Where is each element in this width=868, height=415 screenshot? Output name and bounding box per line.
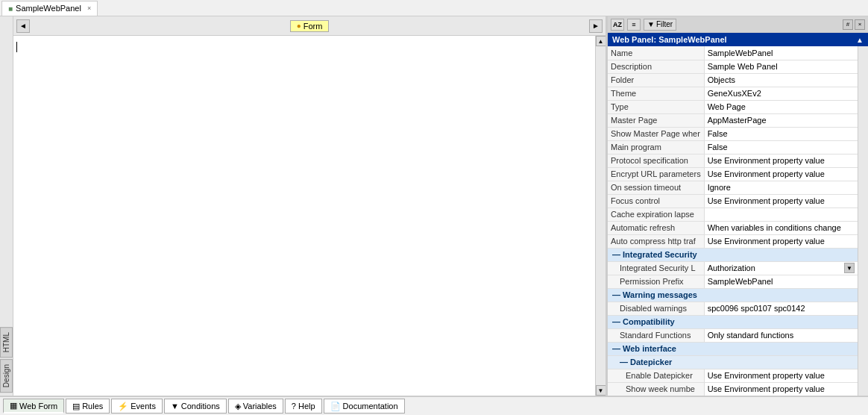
table-row: FolderObjects [608,73,858,87]
tab-title: SampleWebPanel [16,4,81,13]
side-tab-design[interactable]: Design [0,359,13,393]
properties-table: NameSampleWebPanelDescriptionSample Web … [608,46,858,396]
bottom-tab-variables[interactable]: ◈ Variables [228,399,283,414]
side-tab-html[interactable]: HTML [0,327,13,358]
props-filter-button[interactable]: ▼ Filter [644,19,676,31]
bottom-tab-help[interactable]: ? Help [285,399,322,414]
property-value[interactable]: Use Environment property value [704,234,858,248]
property-value[interactable]: GeneXusXEv2 [704,87,858,100]
table-row: TypeWeb Page [608,100,858,113]
property-value[interactable]: Use Environment property value [704,154,858,167]
form-tab-button[interactable]: ● Form [290,20,330,32]
window-controls: # × [843,19,865,30]
table-row: On session timeoutIgnore [608,181,858,194]
bottom-tab-events[interactable]: ⚡ Events [111,399,163,414]
property-name: Folder [608,73,704,87]
property-name: Type [608,100,704,113]
bottom-tab-conditions[interactable]: ▼ Conditions [164,399,227,414]
bottom-tab-webform[interactable]: ▦ Web Form [3,399,64,414]
dropdown-arrow-icon[interactable]: ▼ [844,263,855,273]
table-row: Focus controlUse Environment property va… [608,194,858,208]
variables-icon: ◈ [235,402,241,411]
table-row: Master PageAppMasterPage [608,113,858,127]
property-name: Integrated Security L [608,261,704,275]
property-name: Standard Functions [608,328,704,342]
tab-close-button[interactable]: × [87,4,91,12]
tab-bar: ■ SampleWebPanel × [0,0,868,16]
table-row: — Integrated Security [608,248,858,261]
property-value[interactable]: spc0096 spc0107 spc0142 [704,302,858,315]
window-pin-button[interactable]: # [843,19,853,30]
property-name: Master Page [608,113,704,127]
property-value[interactable]: Only standard functions [704,328,858,342]
section-header-cell[interactable]: — Integrated Security [608,248,858,261]
designer-canvas[interactable] [13,36,595,396]
property-name: Automatic refresh [608,221,704,234]
property-value[interactable] [704,208,858,221]
property-value[interactable]: Authorization▼ [704,261,858,275]
property-value[interactable]: Use Environment property value [704,382,858,396]
table-row: Integrated Security LAuthorization▼ [608,261,858,275]
panel-collapse-button[interactable]: ▲ [856,36,864,44]
property-value[interactable]: Objects [704,73,858,87]
property-name: Theme [608,87,704,100]
property-name: Protocol specification [608,154,704,167]
nav-right-button[interactable]: ► [589,19,603,33]
table-row: — Warning messages [608,288,858,302]
window-close-button[interactable]: × [855,19,865,30]
bottom-toolbar: ▦ Web Form ▤ Rules ⚡ Events ▼ Conditions… [0,396,868,415]
table-row: Permission PrefixSampleWebPanel [608,275,858,288]
property-value[interactable]: False [704,127,858,140]
subsection-header-cell[interactable]: — Datepicker [608,355,858,369]
help-label: Help [298,402,315,411]
table-row: Cache expiration lapse [608,208,858,221]
variables-label: Variables [243,402,277,411]
property-value[interactable]: SampleWebPanel [704,275,858,288]
panel-title-text: Web Panel: SampleWebPanel [612,35,727,44]
table-row: Show week numbeUse Environment property … [608,382,858,396]
side-tabs: HTML Design [0,16,13,396]
nav-left-button[interactable]: ◄ [16,19,30,33]
property-name: Focus control [608,194,704,208]
property-value[interactable]: Sample Web Panel [704,60,858,73]
table-row: Enable DatepickerUse Environment propert… [608,369,858,382]
bottom-tab-rules[interactable]: ▤ Rules [66,399,110,414]
property-value[interactable]: Ignore [704,181,858,194]
webform-label: Web Form [19,402,57,411]
cursor [16,42,17,52]
property-value[interactable]: When variables in conditions change [704,221,858,234]
table-row: Standard FunctionsOnly standard function… [608,328,858,342]
filter-icon: ▼ [647,20,655,28]
scroll-down-button[interactable]: ▼ [596,385,606,396]
canvas-scrollbar[interactable]: ▲ ▼ [595,36,606,396]
section-header-cell[interactable]: — Warning messages [608,288,858,302]
property-value[interactable]: Use Environment property value [704,194,858,208]
property-value[interactable]: Use Environment property value [704,167,858,181]
events-label: Events [130,402,156,411]
table-row: DescriptionSample Web Panel [608,60,858,73]
property-value[interactable]: AppMasterPage [704,113,858,127]
props-table-element: NameSampleWebPanelDescriptionSample Web … [608,46,858,396]
property-name: Disabled warnings [608,302,704,315]
property-value[interactable]: Web Page [704,100,858,113]
property-name: Main program [608,140,704,154]
props-scrollbar[interactable] [858,46,868,396]
props-sort-az-button[interactable]: AZ [611,19,624,31]
sample-web-panel-tab[interactable]: ■ SampleWebPanel × [1,1,98,16]
table-row: Main programFalse [608,140,858,154]
right-panel: AZ ≡ ▼ Filter # × Web Panel: SampleWebPa… [607,16,868,396]
form-label: Form [304,22,323,31]
rules-icon: ▤ [72,402,80,411]
props-sort-button[interactable]: ≡ [627,19,641,31]
webform-icon: ▦ [10,401,17,411]
section-header-cell[interactable]: — Web interface [608,342,858,355]
property-value[interactable]: False [704,140,858,154]
scroll-up-button[interactable]: ▲ [596,36,606,46]
section-header-cell[interactable]: — Compatibility [608,315,858,328]
table-row: NameSampleWebPanel [608,46,858,60]
property-value[interactable]: SampleWebPanel [704,46,858,60]
bottom-tab-documentation[interactable]: 📄 Documentation [324,399,405,414]
property-value[interactable]: Use Environment property value [704,369,858,382]
property-name: Encrypt URL parameters [608,167,704,181]
table-row: ThemeGeneXusXEv2 [608,87,858,100]
